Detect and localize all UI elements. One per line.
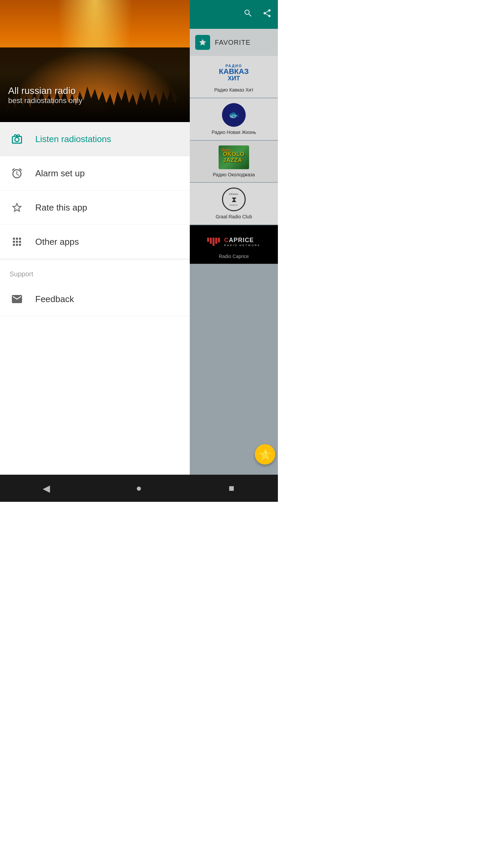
favorite-star-icon: [195, 35, 210, 50]
kavkaz-logo: РАДИО КАВКАЗ ХИТ: [219, 61, 249, 84]
menu-label-rate: Rate this app: [35, 202, 87, 213]
radio-icon: [9, 132, 24, 146]
fish-icon: 🐟: [228, 110, 239, 120]
radio-cards-list: РАДИО КАВКАЗ ХИТ Радио Кавказ Хит 🐟 Ради…: [190, 56, 278, 264]
menu-item-rate[interactable]: Rate this app: [0, 191, 190, 225]
menu-item-alarm[interactable]: Alarm set up: [0, 156, 190, 191]
support-menu-list: Feedback: [0, 282, 190, 316]
menu-item-feedback[interactable]: Feedback: [0, 282, 190, 316]
hero-text: All russian radio best radiostations onl…: [8, 85, 82, 105]
navigation-bar: ◀ ● ■: [0, 475, 278, 502]
okolo-name: Радио Околоджаза: [213, 172, 255, 178]
caprice-logo: CAPRICE RADIO NETWORK: [193, 230, 274, 254]
graal-name: Graal Radio Club: [216, 214, 252, 220]
radio-card-novaya[interactable]: 🐟 Радио Новая Жизнь: [190, 98, 278, 140]
menu-list: Listen radiostations Alarm set up Rate t…: [0, 122, 190, 259]
hero-crowd: [0, 47, 190, 122]
hero-subtitle: best radiostations only: [8, 96, 82, 105]
menu-label-alarm: Alarm set up: [35, 168, 85, 179]
menu-item-other[interactable]: Other apps: [0, 225, 190, 259]
caprice-name: Radio Caprice: [219, 254, 249, 259]
grid-icon: [9, 234, 24, 249]
mail-icon: [9, 292, 24, 307]
novaya-logo-container: 🐟: [219, 103, 249, 127]
favorite-section[interactable]: FAVORITE: [190, 29, 278, 56]
back-icon: ◀: [43, 483, 50, 494]
support-header: Support: [0, 259, 190, 282]
menu-label-listen: Listen radiostations: [35, 134, 111, 144]
home-button[interactable]: ●: [129, 478, 149, 498]
menu-item-listen[interactable]: Listen radiostations: [0, 122, 190, 156]
radio-card-kavkaz[interactable]: РАДИО КАВКАЗ ХИТ Радио Кавказ Хит: [190, 56, 278, 98]
radio-card-graal[interactable]: GRAAL ⧗ RADIO Graal Radio Club: [190, 183, 278, 224]
kavkaz-name: Радио Кавказ Хит: [214, 87, 253, 93]
graal-logo-container: GRAAL ⧗ RADIO: [219, 188, 249, 211]
share-icon[interactable]: [262, 8, 272, 20]
sidebar: All russian radio best radiostations onl…: [0, 0, 190, 502]
menu-label-feedback: Feedback: [35, 294, 74, 304]
search-icon[interactable]: [243, 8, 253, 20]
right-panel: FAVORITE РАДИО КАВКАЗ ХИТ Радио Кавказ Х…: [190, 0, 278, 502]
favorite-label: FAVORITE: [215, 39, 250, 46]
hero-title: All russian radio: [8, 85, 82, 96]
okolo-logo-container: Radio OKOLOJAZZA: [219, 145, 249, 169]
alarm-icon: [9, 166, 24, 181]
hero-banner: All russian radio best radiostations onl…: [0, 0, 190, 122]
back-button[interactable]: ◀: [36, 478, 57, 498]
radio-card-caprice[interactable]: CAPRICE RADIO NETWORK Radio Caprice: [190, 225, 278, 264]
home-icon: ●: [136, 483, 142, 494]
fab-star-button[interactable]: ⭐: [255, 444, 275, 465]
radio-card-okolo[interactable]: Radio OKOLOJAZZA Радио Околоджаза: [190, 141, 278, 182]
recent-icon: ■: [229, 483, 235, 494]
recent-button[interactable]: ■: [221, 478, 242, 498]
top-bar: [190, 0, 278, 29]
novaya-name: Радио Новая Жизнь: [212, 130, 256, 135]
star-outline-icon: [9, 200, 24, 215]
menu-label-other: Other apps: [35, 237, 79, 247]
